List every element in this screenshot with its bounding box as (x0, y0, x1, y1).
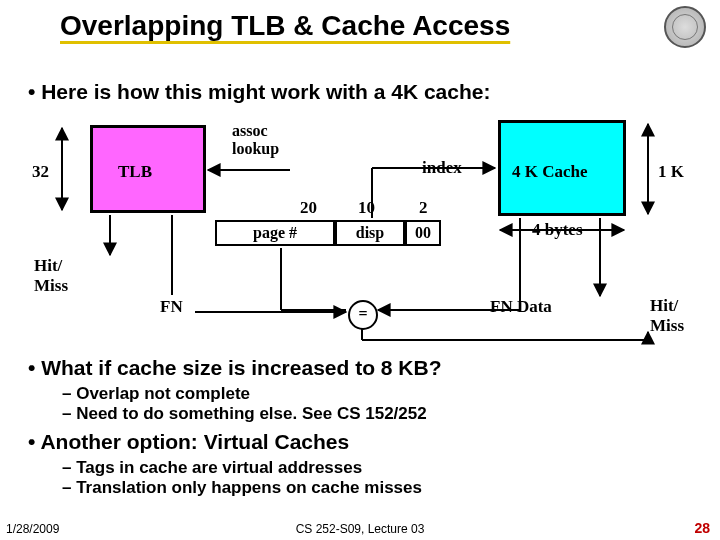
assoc-label-2: lookup (232, 140, 279, 158)
seal-icon (664, 6, 706, 48)
dash-q8k-2: – Need to do something else. See CS 152/… (62, 404, 427, 424)
fn-data: FN Data (490, 297, 552, 317)
tlb-bits: 32 (32, 162, 49, 182)
hitmiss-right-1: Hit/ (650, 296, 678, 316)
addr-off-cell: 00 (405, 220, 441, 246)
cache-height: 1 K (658, 162, 684, 182)
dash-vcache-1: – Tags in cache are virtual addresses (62, 458, 362, 478)
bullet-vcache: • Another option: Virtual Caches (28, 430, 349, 454)
cache-width: 4 bytes (532, 220, 583, 240)
assoc-label-1: assoc (232, 122, 268, 140)
footer-mid: CS 252-S09, Lecture 03 (0, 522, 720, 536)
cache-label: 4 K Cache (512, 162, 588, 182)
addr-index-cell: disp (335, 220, 405, 246)
tlb-label: TLB (118, 162, 152, 182)
footer-page: 28 (694, 520, 710, 536)
addr-tag-cell: page # (215, 220, 335, 246)
addr-index-bits: 10 (358, 198, 375, 218)
hitmiss-right-2: Miss (650, 316, 684, 336)
dash-vcache-2: – Translation only happens on cache miss… (62, 478, 422, 498)
bullet-intro: • Here is how this might work with a 4K … (28, 80, 490, 104)
bullet-q8k: • What if cache size is increased to 8 K… (28, 356, 441, 380)
hitmiss-left-1: Hit/ (34, 256, 62, 276)
page-title: Overlapping TLB & Cache Access (60, 10, 510, 42)
addr-tag-bits: 20 (300, 198, 317, 218)
addr-off-bits: 2 (419, 198, 428, 218)
hitmiss-left-2: Miss (34, 276, 68, 296)
comparator: = (348, 300, 378, 330)
dash-q8k-1: – Overlap not complete (62, 384, 250, 404)
fn-label: FN (160, 297, 183, 317)
index-label: index (422, 158, 462, 178)
